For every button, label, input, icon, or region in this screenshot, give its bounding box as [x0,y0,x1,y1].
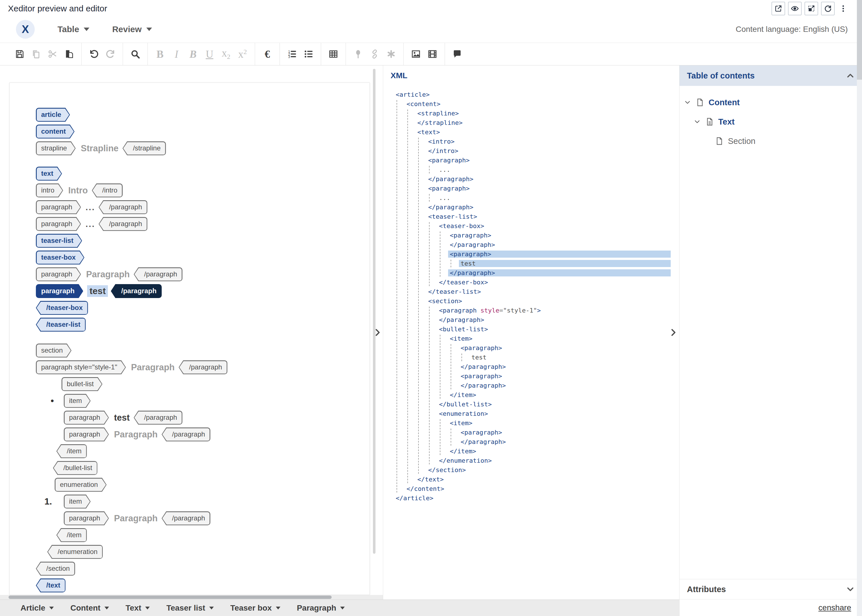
document-page[interactable]: articlecontentstraplineStrapline/strapli… [9,82,370,595]
tag-pill-paragraph[interactable]: paragraph [36,284,83,298]
breadcrumb-text[interactable]: Text [126,603,150,613]
tag-pill-article[interactable]: article [36,108,70,122]
xml-line: </paragraph> [391,203,671,212]
tag-pill-paragraphstylestyle-1[interactable]: paragraph style="style-1" [36,360,126,374]
collapse-xml-panel-chevron-icon[interactable] [669,327,678,338]
menu-table[interactable]: Table [58,24,90,34]
placeholder-text: Intro [68,185,88,196]
spacer [36,158,363,167]
preview-eye-icon[interactable] [788,2,802,15]
horizontal-scrollbar-thumb[interactable] [8,596,332,599]
closing-tag-pill-paragraph[interactable]: /paragraph [134,411,183,424]
tag-pill-paragraph[interactable]: paragraph [36,217,81,231]
table-icon[interactable] [325,45,342,63]
sidebar: Table of contents ContentTextSection Att… [679,65,862,616]
tag-pill-section[interactable]: section [36,344,71,357]
censhare-link[interactable]: censhare [818,603,851,612]
tag-pill-intro[interactable]: intro [36,184,63,197]
closing-tag-pill-item[interactable]: /item [56,528,87,542]
file-icon [715,137,725,146]
closing-tag-pill-paragraph[interactable]: /paragraph [111,284,162,298]
save-icon[interactable] [11,45,28,63]
indent-guide [397,100,397,493]
tag-pill-content[interactable]: content [36,124,74,138]
toolbar-separator [123,43,123,65]
closing-tag-pill-teaser-list[interactable]: /teaser-list [36,317,86,332]
ordered-list-icon[interactable]: 123 [284,45,300,63]
tag-pill-enumeration[interactable]: enumeration [55,478,106,492]
window-scrollbar-thumb[interactable] [857,0,862,80]
editor-row: /teaser-list [36,317,363,332]
indent-guide [440,335,440,399]
tag-pill-item[interactable]: item [64,394,90,408]
xeditor-logo[interactable]: X [16,20,35,39]
ellipsis-text: ... [85,219,95,229]
tag-pill-paragraph[interactable]: paragraph [36,267,81,281]
closing-tag-pill-paragraph[interactable]: /paragraph [162,427,210,442]
image-icon[interactable] [408,45,424,63]
chevron-down-icon[interactable] [694,118,702,125]
toc-item-content[interactable]: Content [679,93,862,112]
chevron-down-icon [340,607,345,610]
closing-tag-pill-text[interactable]: /text [36,578,65,592]
closing-tag-pill-item[interactable]: /item [56,444,87,458]
chevron-down-icon[interactable] [684,99,692,106]
xml-line: </article> [391,493,671,503]
tag-pill-item[interactable]: item [64,495,90,509]
closing-tag-pill-strapline[interactable]: /strapline [122,141,165,155]
tag-pill-text[interactable]: text [36,167,62,181]
closing-tag-pill-section[interactable]: /section [36,562,75,576]
xeditor-logo-letter: X [22,23,29,36]
xml-line: </paragraph> [391,381,671,390]
breadcrumb-teaser-box[interactable]: Teaser box [230,603,281,613]
resize-icon[interactable] [805,2,818,15]
toolbar-separator [255,43,255,65]
tag-pill-paragraph[interactable]: paragraph [36,200,81,214]
tag-pill-teaser-list[interactable]: teaser-list [36,234,82,248]
bullet-list-icon[interactable] [300,45,317,63]
more-vertical-icon[interactable] [837,2,849,15]
table-of-contents-header[interactable]: Table of contents [679,65,862,86]
closing-tag-pill-paragraph[interactable]: /paragraph [162,511,210,525]
chevron-down-icon [104,607,109,610]
attributes-header[interactable]: Attributes [679,579,862,599]
closing-tag-pill-intro[interactable]: /intro [92,184,123,197]
tag-pill-teaser-box[interactable]: teaser-box [36,251,84,264]
open-external-icon[interactable] [771,2,785,15]
video-icon[interactable] [424,45,441,63]
paste-icon[interactable] [61,45,77,63]
euro-icon[interactable]: € [259,45,276,63]
breadcrumb-article[interactable]: Article [20,603,54,613]
toc-item-section[interactable]: Section [679,131,862,151]
closing-tag-pill-bullet-list[interactable]: /bullet-list [53,461,97,475]
menu-review[interactable]: Review [112,24,152,34]
comment-icon[interactable] [449,45,465,63]
list-marker: 1. [44,496,64,507]
editor-horizontal-scrollbar[interactable] [0,595,383,600]
breadcrumb-paragraph[interactable]: Paragraph [297,603,345,613]
undo-icon[interactable] [86,45,102,63]
refresh-icon[interactable] [821,2,835,15]
editor-vertical-scrollbar[interactable] [373,69,375,554]
closing-tag-pill-paragraph[interactable]: /paragraph [99,217,147,231]
tag-pill-strapline[interactable]: strapline [36,141,76,155]
tag-pill-bullet-list[interactable]: bullet-list [61,377,102,391]
tag-pill-paragraph[interactable]: paragraph [64,427,109,442]
tag-pill-paragraph[interactable]: paragraph [64,511,109,525]
toc-item-text[interactable]: Text [679,112,862,131]
closing-tag-pill-enumeration[interactable]: /enumeration [47,545,103,559]
closing-tag-pill-paragraph[interactable]: /paragraph [99,200,147,214]
tag-pill-paragraph[interactable]: paragraph [64,411,109,424]
collapse-left-panel-chevron-icon[interactable] [373,327,382,338]
index-anchor-icon [350,45,366,63]
search-icon[interactable] [127,45,143,63]
breadcrumb-content[interactable]: Content [70,603,109,613]
window-scrollbar[interactable] [857,0,862,616]
closing-tag-pill-teaser-box[interactable]: /teaser-box [36,301,88,315]
breadcrumb-label: Article [20,603,45,613]
breadcrumb-teaser-list[interactable]: Teaser list [166,603,213,613]
closing-tag-pill-paragraph[interactable]: /paragraph [179,360,227,374]
xml-line: </item> [391,390,671,399]
toolbar-separator [321,43,321,65]
closing-tag-pill-paragraph[interactable]: /paragraph [134,267,183,281]
